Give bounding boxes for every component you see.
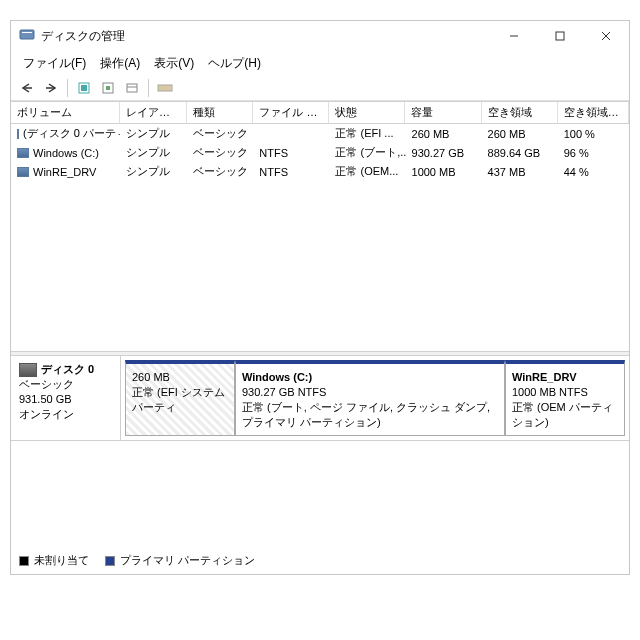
list-empty-area <box>11 181 629 351</box>
separator <box>148 79 149 97</box>
partition-size: 930.27 GB NTFS <box>242 385 498 400</box>
volume-icon <box>17 167 29 177</box>
col-free[interactable]: 空き領域 <box>482 102 558 123</box>
cell: 1000 MB <box>406 163 482 180</box>
col-capacity[interactable]: 容量 <box>405 102 481 123</box>
cell: Windows (C:) <box>33 147 99 159</box>
cell: WinRE_DRV <box>33 166 96 178</box>
disk-label: ディスク 0 <box>41 363 94 375</box>
cell: 437 MB <box>482 163 558 180</box>
title-bar[interactable]: ディスクの管理 <box>11 21 629 51</box>
toolbar <box>11 76 629 101</box>
disk-header[interactable]: ディスク 0 ベーシック 931.50 GB オンライン <box>11 356 121 440</box>
col-freepct[interactable]: 空き領域の割... <box>558 102 629 123</box>
disk-status: オンライン <box>19 407 112 422</box>
cell: シンプル <box>120 125 187 142</box>
maximize-button[interactable] <box>537 21 583 51</box>
col-volume[interactable]: ボリューム <box>11 102 120 123</box>
legend-label: プライマリ パーティション <box>120 553 255 568</box>
legend-swatch-unallocated <box>19 556 29 566</box>
partition-size: 260 MB <box>132 370 228 385</box>
cell: 正常 (OEM... <box>329 163 405 180</box>
column-headers: ボリューム レイアウト 種類 ファイル システム 状態 容量 空き領域 空き領域… <box>11 101 629 124</box>
cell: 260 MB <box>482 125 558 142</box>
cell: 260 MB <box>406 125 482 142</box>
menu-file[interactable]: ファイル(F) <box>17 53 92 74</box>
menu-bar: ファイル(F) 操作(A) 表示(V) ヘルプ(H) <box>11 51 629 76</box>
cell: シンプル <box>120 163 187 180</box>
partition-efi[interactable]: 260 MB 正常 (EFI システム パーティ <box>125 360 235 436</box>
cell: 96 % <box>558 144 629 161</box>
cell: 889.64 GB <box>482 144 558 161</box>
svg-rect-3 <box>556 32 564 40</box>
cell: シンプル <box>120 144 187 161</box>
cell: ベーシック <box>187 144 254 161</box>
cell: 930.27 GB <box>406 144 482 161</box>
volume-list: (ディスク 0 パーティショ... シンプル ベーシック 正常 (EFI ...… <box>11 124 629 181</box>
partition-status: 正常 (EFI システム パーティ <box>132 385 228 415</box>
cell: NTFS <box>253 144 329 161</box>
menu-view[interactable]: 表示(V) <box>148 53 200 74</box>
svg-rect-0 <box>20 30 34 39</box>
svg-rect-9 <box>81 85 87 91</box>
cell: 正常 (ブート,... <box>329 144 405 161</box>
partition-winre[interactable]: WinRE_DRV 1000 MB NTFS 正常 (OEM パーティション) <box>505 360 625 436</box>
toolbar-button[interactable] <box>74 78 94 98</box>
cell: 100 % <box>558 125 629 142</box>
menu-action[interactable]: 操作(A) <box>94 53 146 74</box>
cell: ベーシック <box>187 163 254 180</box>
cell: 正常 (EFI ... <box>329 125 405 142</box>
app-icon <box>19 26 35 46</box>
cell: (ディスク 0 パーティショ... <box>23 126 120 141</box>
col-layout[interactable]: レイアウト <box>120 102 187 123</box>
minimize-button[interactable] <box>491 21 537 51</box>
cell: ベーシック <box>187 125 254 142</box>
list-item[interactable]: (ディスク 0 パーティショ... シンプル ベーシック 正常 (EFI ...… <box>11 124 629 143</box>
svg-rect-13 <box>158 85 172 91</box>
separator <box>67 79 68 97</box>
legend: 未割り当て プライマリ パーティション <box>19 553 255 568</box>
partition-status: 正常 (ブート, ページ ファイル, クラッシュ ダンプ, プライマリ パーティ… <box>242 400 498 430</box>
svg-rect-11 <box>127 84 137 92</box>
col-filesystem[interactable]: ファイル システム <box>253 102 329 123</box>
partition-name: WinRE_DRV <box>512 371 577 383</box>
disk-graphical-view: ディスク 0 ベーシック 931.50 GB オンライン 260 MB 正常 (… <box>11 356 629 441</box>
volume-icon <box>17 148 29 158</box>
disk-size: 931.50 GB <box>19 392 112 407</box>
list-item[interactable]: WinRE_DRV シンプル ベーシック NTFS 正常 (OEM... 100… <box>11 162 629 181</box>
disk-management-window: ディスクの管理 ファイル(F) 操作(A) 表示(V) ヘルプ(H) ボリューム… <box>10 20 630 575</box>
window-title: ディスクの管理 <box>41 28 491 45</box>
legend-swatch-primary <box>105 556 115 566</box>
toolbar-button[interactable] <box>122 78 142 98</box>
partition-status: 正常 (OEM パーティション) <box>512 400 618 430</box>
partition-size: 1000 MB NTFS <box>512 385 618 400</box>
list-item[interactable]: Windows (C:) シンプル ベーシック NTFS 正常 (ブート,...… <box>11 143 629 162</box>
forward-button[interactable] <box>41 78 61 98</box>
disk-icon <box>19 363 37 377</box>
svg-rect-1 <box>22 32 32 33</box>
back-button[interactable] <box>17 78 37 98</box>
refresh-button[interactable] <box>98 78 118 98</box>
col-type[interactable]: 種類 <box>187 102 254 123</box>
close-button[interactable] <box>583 21 629 51</box>
volume-icon <box>17 129 19 139</box>
cell: NTFS <box>253 163 329 180</box>
menu-help[interactable]: ヘルプ(H) <box>202 53 267 74</box>
cell <box>253 125 329 142</box>
toolbar-button[interactable] <box>155 78 175 98</box>
legend-label: 未割り当て <box>34 553 89 568</box>
col-status[interactable]: 状態 <box>329 102 405 123</box>
partition-windows[interactable]: Windows (C:) 930.27 GB NTFS 正常 (ブート, ページ… <box>235 360 505 436</box>
cell: 44 % <box>558 163 629 180</box>
partition-name: Windows (C:) <box>242 371 312 383</box>
disk-type: ベーシック <box>19 377 112 392</box>
